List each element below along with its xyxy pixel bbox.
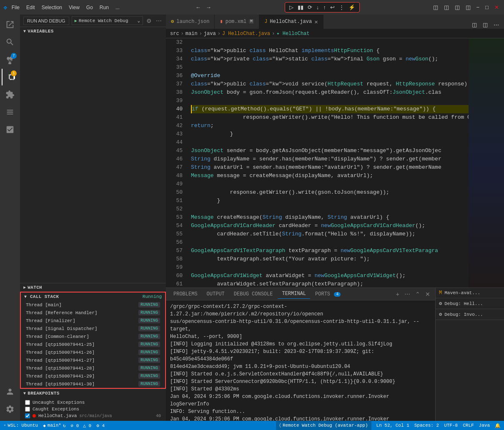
menu-file[interactable]: File	[9, 4, 22, 11]
thread-item[interactable]: Thread [Reference Handler]RUNNING	[21, 309, 165, 317]
thread-item[interactable]: Thread [qtp1500079441-30]RUNNING	[21, 380, 165, 388]
line-number: 59	[166, 263, 183, 272]
activity-settings[interactable]	[2, 401, 18, 418]
split-terminal-btn[interactable]: ⋯	[403, 290, 412, 298]
layout-btn-1[interactable]: ◫	[431, 3, 440, 11]
activity-test[interactable]	[2, 121, 18, 138]
tab-terminal[interactable]: TERMINAL	[278, 289, 310, 299]
status-encoding[interactable]: UTF-8	[444, 423, 458, 428]
activity-remote-explorer[interactable]	[2, 104, 18, 120]
tab-ports[interactable]: PORTS 4	[311, 290, 345, 299]
activity-search[interactable]	[2, 34, 18, 50]
maximize-panel-btn[interactable]: ⌃	[414, 290, 422, 298]
breadcrumb-java[interactable]: java	[204, 31, 216, 37]
more-actions-btn[interactable]: ⋯	[492, 21, 501, 29]
tab-problems[interactable]: PROBLEMS	[169, 290, 202, 299]
debug-hell-item[interactable]: ⚙ Debug: Hell...	[436, 298, 504, 309]
menu-more[interactable]: ...	[113, 4, 122, 11]
thread-item[interactable]: Thread [main]RUNNING	[21, 301, 165, 309]
new-terminal-btn[interactable]: +	[394, 290, 401, 298]
debug-config-select[interactable]: ▶ Remote Watch Debug ⌄	[72, 16, 143, 25]
status-branch[interactable]: ◆ main* ↻	[43, 423, 65, 428]
terminal-area: PROBLEMS OUTPUT DEBUG CONSOLE TERMINAL P…	[166, 288, 435, 421]
layout-btn-2[interactable]: ◫	[442, 3, 451, 11]
breadcrumb-main[interactable]: main	[186, 31, 198, 37]
terminal-content[interactable]: /grpc/grpc-context/1.27.2/grpc-context-1…	[166, 300, 435, 421]
tab-close-icon[interactable]: ✕	[314, 18, 318, 25]
code-content[interactable]: class="kw">public class HelloChat implem…	[187, 38, 469, 288]
thread-status: RUNNING	[138, 342, 160, 347]
code-line: JsonObject body = gson.fromJson(request.…	[191, 88, 469, 97]
debug-flash[interactable]: ⚡	[347, 3, 357, 11]
run-and-debug-button[interactable]: RUN AND DEBUG	[23, 17, 69, 25]
breadcrumb-src[interactable]: src	[170, 31, 179, 37]
debug-step-out[interactable]: ↩	[328, 3, 336, 11]
debug-restart[interactable]: ⟳	[306, 3, 314, 11]
status-remote-debug[interactable]: 〈 Remote Watch Debug (avatar-app)	[276, 421, 371, 430]
tab-debug-console[interactable]: DEBUG CONSOLE	[230, 290, 277, 299]
thread-item[interactable]: Thread [qtp1500079441-29]RUNNING	[21, 372, 165, 380]
debug-run-bar: RUN AND DEBUG ▶ Remote Watch Debug ⌄ ⚙ ⋯	[20, 15, 166, 27]
activity-source-control[interactable]: 7	[2, 51, 18, 68]
breakpoints-section: ▼ BREAKPOINTS Uncaught Exceptions Caught…	[20, 389, 166, 421]
debug-pause[interactable]: ▮▮	[296, 3, 305, 11]
breadcrumb-file[interactable]: J HelloChat.java	[222, 31, 270, 37]
win-close[interactable]: ✕	[493, 3, 501, 11]
nav-forward[interactable]: →	[204, 3, 213, 11]
layout-btn-3[interactable]: ◫	[453, 3, 461, 11]
debug-continue[interactable]: ▷	[288, 3, 295, 11]
tab-launch-json[interactable]: ⚙ launch.json	[166, 15, 215, 29]
vscode-logo-icon: ❖	[3, 3, 8, 12]
debug-more[interactable]: ⋮	[337, 3, 346, 11]
close-panel-btn[interactable]: ✕	[424, 290, 432, 298]
status-spaces[interactable]: Spaces: 2	[414, 423, 439, 428]
uncaught-exceptions-checkbox[interactable]	[25, 400, 30, 405]
tab-output[interactable]: OUTPUT	[203, 290, 229, 299]
callstack-header[interactable]: ▼ CALL STACK Running	[21, 292, 165, 301]
menu-edit[interactable]: Edit	[24, 4, 38, 11]
code-editor[interactable]: 3233343536373839404142434445464748495051…	[166, 38, 504, 288]
watch-section-header[interactable]: ► WATCH	[20, 283, 166, 292]
tab-hellochat-java[interactable]: J HelloChat.java ✕	[259, 15, 323, 29]
debug-more-btn[interactable]: ⋯	[155, 17, 163, 25]
debug-settings-btn[interactable]: ⚙	[145, 17, 153, 25]
status-errors[interactable]: ⊘ 0 △ 0	[71, 423, 92, 428]
breadcrumb-symbol[interactable]: ✦ HelloChat	[276, 30, 309, 37]
menu-view[interactable]: View	[66, 4, 82, 11]
menu-run[interactable]: Run	[97, 4, 111, 11]
debug-step-over[interactable]: ↓	[315, 3, 321, 11]
thread-item[interactable]: Thread [Signal Dispatcher]RUNNING	[21, 325, 165, 332]
menu-selection[interactable]: Selection	[39, 4, 65, 11]
hellochat-bp-checkbox[interactable]	[25, 413, 30, 418]
win-restore[interactable]: □	[484, 3, 490, 11]
thread-item[interactable]: Thread [qtp1500079441-28]RUNNING	[21, 364, 165, 372]
thread-item[interactable]: Thread [Finalizer]RUNNING	[21, 317, 165, 325]
split-editor-btn[interactable]: ◫	[470, 21, 479, 29]
maven-item[interactable]: M Maven-avat...	[436, 288, 504, 298]
activity-extensions[interactable]	[2, 86, 18, 103]
caught-exceptions-checkbox[interactable]	[25, 407, 30, 412]
status-language[interactable]: Java	[479, 423, 490, 428]
thread-item[interactable]: Thread [qtp1500079441-25]RUNNING	[21, 340, 165, 348]
debug-invo-item[interactable]: ⚙ Debug: Invo...	[436, 309, 504, 320]
status-notifications[interactable]: 🔔	[495, 423, 501, 428]
status-debug-workers[interactable]: ⚙ 4	[96, 423, 105, 428]
win-minimize[interactable]: −	[475, 3, 481, 11]
tab-pom-xml[interactable]: ▮ pom.xml M	[215, 15, 259, 29]
thread-item[interactable]: Thread [qtp1500079441-27]RUNNING	[21, 356, 165, 364]
status-line-ending[interactable]: CRLF	[463, 423, 474, 428]
thread-item[interactable]: Thread [qtp1500079441-26]RUNNING	[21, 348, 165, 356]
breakpoints-section-header[interactable]: ▼ BREAKPOINTS	[20, 389, 166, 398]
toggle-panel-btn[interactable]: ◫	[481, 21, 489, 29]
variables-section-header[interactable]: ▼ VARIABLES	[20, 27, 166, 35]
debug-step-into[interactable]: ↑	[321, 3, 328, 11]
activity-debug[interactable]: 1	[2, 69, 18, 85]
status-line-col[interactable]: Ln 52, Col 1	[376, 423, 409, 428]
activity-explorer[interactable]	[2, 16, 18, 33]
nav-back[interactable]: ←	[194, 3, 203, 11]
thread-item[interactable]: Thread [Common-Cleaner]RUNNING	[21, 332, 165, 340]
status-wsl[interactable]: ▫ WSL: Ubuntu	[3, 423, 38, 428]
layout-btn-4[interactable]: ◫	[464, 3, 472, 11]
activity-account[interactable]	[2, 383, 18, 400]
menu-go[interactable]: Go	[84, 4, 95, 11]
